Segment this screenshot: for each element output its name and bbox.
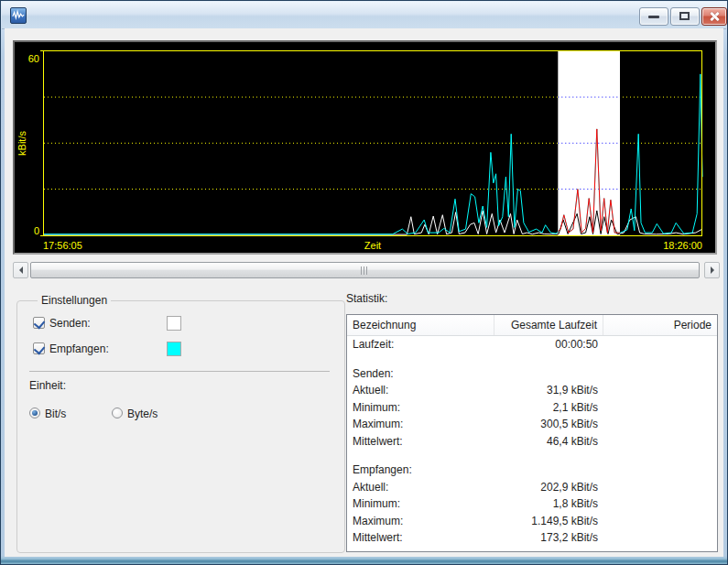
table-row: Empfangen: <box>347 462 717 479</box>
statistics-label: Statistik: <box>346 292 387 305</box>
app-waveform-icon <box>10 7 27 24</box>
table-cell: Mittelwert: <box>347 435 494 448</box>
table-cell: 202,9 kBit/s <box>494 481 603 494</box>
table-row: Minimum:1,8 kBit/s <box>347 495 717 513</box>
table-cell: Senden: <box>347 367 494 380</box>
close-icon <box>708 10 721 23</box>
column-header-bezeichnung[interactable]: Bezeichnung <box>347 315 494 335</box>
settings-groupbox: Einstellungen Senden: Empfangen: Einheit… <box>16 300 345 553</box>
table-row: Mittelwert:173,2 kBit/s <box>347 529 717 547</box>
empfangen-color-swatch[interactable] <box>167 342 181 356</box>
scroll-right-arrow-icon <box>711 266 718 274</box>
table-row: Aktuell:31,9 kBit/s <box>347 382 717 399</box>
table-row: Senden: <box>347 365 717 383</box>
table-cell: 2,1 kBit/s <box>494 401 603 414</box>
maximize-icon <box>679 12 690 20</box>
table-cell: Maximum: <box>347 515 494 527</box>
table-row: Maximum:1.149,5 kBit/s <box>347 513 717 530</box>
selection-band[interactable] <box>558 51 620 235</box>
table-cell: 46,4 kBit/s <box>494 435 603 448</box>
unit-label: Einheit: <box>29 379 66 392</box>
minimize-button[interactable] <box>639 7 668 26</box>
traffic-chart-canvas[interactable]: 600kBit/s17:56:05Zeit18:26:00 <box>15 42 715 252</box>
settings-group-label: Einstellungen <box>38 294 111 307</box>
senden-color-swatch[interactable] <box>167 316 181 331</box>
network-monitor-window: { "window": { "title": "", "buttons": { … <box>0 0 728 565</box>
bytes-radio-label: Byte/s <box>127 407 158 420</box>
checkmark-icon <box>34 318 46 330</box>
traffic-chart[interactable]: 600kBit/s17:56:05Zeit18:26:00 <box>13 40 717 255</box>
column-header-periode[interactable]: Periode <box>603 315 717 335</box>
table-cell: Maximum: <box>347 418 494 430</box>
senden-checkbox-label: Senden: <box>49 317 91 330</box>
x-axis-start-label: 17:56:05 <box>43 240 82 251</box>
table-cell: Minimum: <box>347 497 494 510</box>
table-cell: 00:00:50 <box>494 338 603 351</box>
close-button[interactable] <box>701 7 727 26</box>
senden-checkbox[interactable] <box>33 317 45 329</box>
y-axis-max-label: 60 <box>28 53 39 64</box>
title-bar[interactable] <box>2 2 726 29</box>
table-row <box>347 450 717 462</box>
table-row: Laufzeit:00:00:50 <box>347 336 717 353</box>
column-header-gesamte-laufzeit[interactable]: Gesamte Laufzeit <box>494 315 603 335</box>
statistics-table-header: Bezeichnung Gesamte Laufzeit Periode <box>347 315 717 336</box>
scrollbar-left-button[interactable] <box>13 262 28 278</box>
radio-dot-icon <box>32 410 38 416</box>
statistics-table: Bezeichnung Gesamte Laufzeit Periode Lau… <box>346 314 718 552</box>
table-row: Minimum:2,1 kBit/s <box>347 399 717 417</box>
table-row <box>347 353 717 365</box>
statistics-table-body: Laufzeit:00:00:50Senden:Aktuell:31,9 kBi… <box>347 336 717 547</box>
table-cell: Aktuell: <box>347 384 494 397</box>
scrollbar-grip-icon <box>361 266 369 275</box>
bits-radio-label: Bit/s <box>45 407 66 420</box>
checkmark-icon <box>34 343 46 355</box>
table-cell: Empfangen: <box>347 463 494 476</box>
bits-radio[interactable] <box>29 407 40 418</box>
table-cell: 173,2 kBit/s <box>494 531 603 544</box>
scrollbar-right-button[interactable] <box>704 262 720 278</box>
table-row: Mittelwert:46,4 kBit/s <box>347 433 717 451</box>
minimize-icon <box>648 16 659 18</box>
table-row: Aktuell:202,9 kBit/s <box>347 479 717 496</box>
empfangen-checkbox-label: Empfangen: <box>49 342 109 355</box>
table-cell: Aktuell: <box>347 481 494 494</box>
chart-horizontal-scrollbar[interactable] <box>13 262 720 278</box>
table-cell: 1.149,5 kBit/s <box>494 515 603 527</box>
client-area: 600kBit/s17:56:05Zeit18:26:00 Einstellun… <box>5 28 723 557</box>
maximize-button[interactable] <box>670 7 700 26</box>
scrollbar-thumb[interactable] <box>30 262 700 278</box>
y-axis-title: kBit/s <box>16 131 27 156</box>
table-row: Maximum:300,5 kBit/s <box>347 416 717 433</box>
x-axis-title: Zeit <box>364 240 381 251</box>
scroll-left-arrow-icon <box>16 266 23 274</box>
bytes-radio[interactable] <box>112 407 123 418</box>
settings-separator <box>29 371 330 372</box>
table-cell: Laufzeit: <box>347 338 494 351</box>
x-axis-end-label: 18:26:00 <box>663 240 702 251</box>
table-cell: 300,5 kBit/s <box>494 418 603 430</box>
table-cell: 31,9 kBit/s <box>494 384 603 397</box>
empfangen-checkbox[interactable] <box>33 342 45 354</box>
window-frame: 600kBit/s17:56:05Zeit18:26:00 Einstellun… <box>0 0 728 565</box>
table-cell: Minimum: <box>347 401 494 414</box>
y-axis-min-label: 0 <box>34 225 39 236</box>
table-cell: 1,8 kBit/s <box>494 497 603 510</box>
table-cell: Mittelwert: <box>347 531 494 544</box>
